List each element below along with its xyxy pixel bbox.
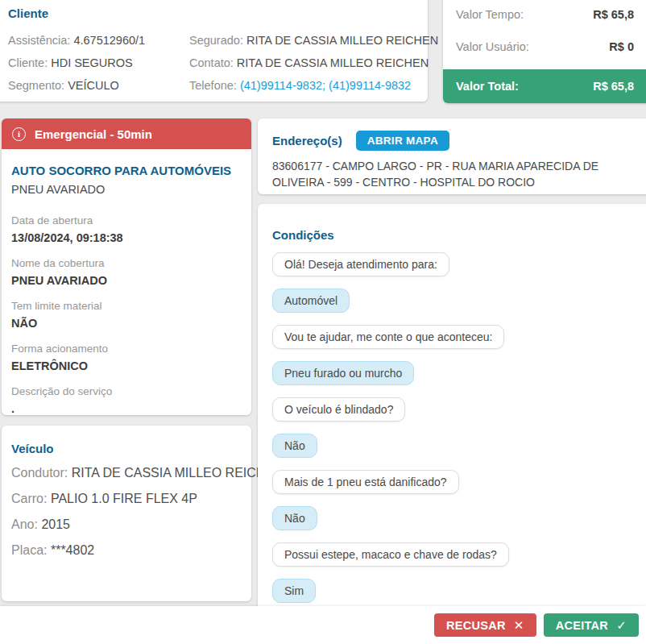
endereco-card: Endereço(s) ABRIR MAPA 83606177 - CAMPO … [258, 118, 646, 194]
chat-bubble-answer: Pneu furado ou murcho [272, 361, 414, 385]
segurado-field: Segurado: RITA DE CASSIA MILLEO REICHEN [189, 29, 438, 52]
valor-total-label: Valor Total: [456, 80, 519, 93]
telefone-link[interactable]: (41)99114-9832; (41)99114-9832 [240, 79, 411, 92]
aceitar-button[interactable]: ACEITAR ✓ [544, 613, 639, 637]
valor-total-bar: Valor Total: R$ 65,8 [443, 69, 646, 103]
cliente-field: Cliente: HDI SEGUROS [8, 52, 145, 74]
aceitar-button-label: ACEITAR [556, 619, 608, 632]
chat-bubble-question: Possui estepe, macaco e chave de rodas? [272, 542, 509, 567]
placa-field: Placa: ***4802 [11, 538, 242, 563]
valor-tempo-row: Valor Tempo: R$ 65,8 [443, 0, 646, 31]
endereco-title: Endereço(s) [272, 134, 342, 147]
valores-card: Valor Tempo: R$ 65,8 Valor Usuário: R$ 0… [443, 0, 646, 103]
segmento-field: Segmento: VEÍCULO [8, 74, 145, 97]
recusar-button[interactable]: RECUSAR ✕ [434, 613, 536, 637]
ano-field: Ano: 2015 [11, 512, 242, 538]
valor-total-value: R$ 65,8 [593, 80, 634, 93]
assistencia-field: Assistência: 4.67512960/1 [8, 29, 145, 52]
chat-bubble-question: Mais de 1 pneu está danificado? [272, 470, 459, 494]
service-subtitle: PNEU AVARIADO [11, 183, 242, 196]
chat-bubble-answer: Não [272, 506, 317, 530]
condutor-field: Condutor: RITA DE CASSIA MILLEO REICHEN [11, 460, 242, 486]
chat-bubble-question: Vou te ajudar, me conte o que aconteceu: [272, 325, 504, 349]
chat-bubble-answer: Não [272, 434, 317, 458]
endereco-header: Endereço(s) ABRIR MAPA [272, 131, 640, 151]
endereco-address: 83606177 - CAMPO LARGO - PR - RUA MARIA … [272, 158, 636, 191]
cliente-column-left: Assistência: 4.67512960/1 Cliente: HDI S… [8, 29, 145, 97]
emergencial-banner-label: Emergencial - 50min [35, 127, 152, 141]
chat-bubble-question: Olá! Deseja atendimento para: [272, 252, 449, 276]
carro-field: Carro: PALIO 1.0 FIRE FLEX 4P [11, 486, 242, 512]
limite-material-group: Tem limite material NÃO [11, 299, 242, 331]
check-icon: ✓ [616, 618, 627, 633]
telefone-field: Telefone: (41)99114-9832; (41)99114-9832 [189, 74, 438, 97]
footer-action-bar: RECUSAR ✕ ACEITAR ✓ [0, 606, 646, 644]
veiculo-card: Veículo Condutor: RITA DE CASSIA MILLEO … [2, 426, 251, 601]
close-icon: ✕ [514, 618, 524, 633]
chat-bubble-answer: Sim [272, 579, 316, 603]
emergencial-banner: i Emergencial - 50min [2, 118, 251, 149]
valor-usuario-row: Valor Usuário: R$ 0 [443, 31, 646, 63]
forma-acionamento-group: Forma acionamento ELETRÔNICO [11, 342, 242, 374]
chat-bubble-question: O veículo é blindado? [272, 397, 405, 422]
service-title: AUTO SOCORRO PARA AUTOMÓVEIS [11, 164, 242, 177]
cliente-title: Cliente [8, 6, 48, 20]
condicoes-title: Condições [272, 228, 640, 242]
cliente-column-right: Segurado: RITA DE CASSIA MILLEO REICHEN … [189, 29, 438, 97]
service-card: AUTO SOCORRO PARA AUTOMÓVEIS PNEU AVARIA… [2, 149, 251, 415]
descricao-servico-group: Descrição do serviço . [11, 384, 242, 415]
veiculo-title: Veículo [11, 442, 242, 455]
nome-cobertura-group: Nome da cobertura PNEU AVARIADO [11, 256, 242, 289]
info-icon: i [12, 127, 26, 141]
recusar-button-label: RECUSAR [446, 619, 506, 632]
contato-field: Contato: RITA DE CASSIA MILLEO REICHEN [189, 52, 438, 74]
cliente-card: Cliente Assistência: 4.67512960/1 Client… [0, 0, 428, 102]
data-abertura-group: Data de abertura 13/08/2024, 09:18:38 [11, 214, 242, 246]
condicoes-card: Condições Olá! Deseja atendimento para: … [258, 204, 646, 644]
chat-bubble-answer: Automóvel [272, 289, 350, 313]
abrir-mapa-button[interactable]: ABRIR MAPA [356, 131, 449, 151]
